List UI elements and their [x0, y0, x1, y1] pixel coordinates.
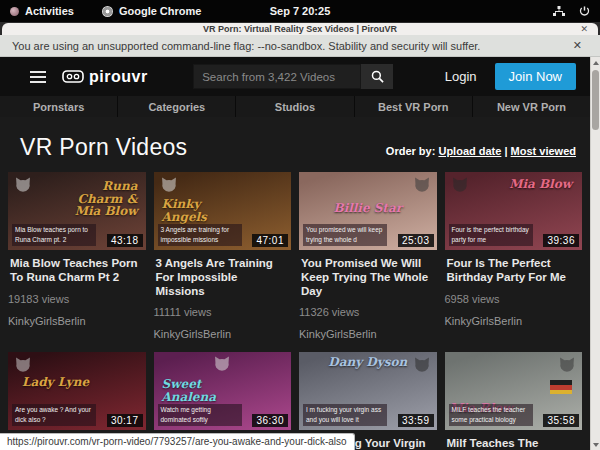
power-icon[interactable] — [579, 6, 590, 17]
duration-badge: 43:18 — [107, 234, 143, 247]
thumb-caption: MILF teaches the teacher some practical … — [449, 404, 533, 426]
german-flag — [550, 380, 572, 394]
video-title[interactable]: Milf Teaches The Teacher Some Practical … — [447, 437, 581, 450]
thumb-overlay-name: Dany Dyson — [299, 356, 437, 369]
vr-goggles-icon — [62, 70, 84, 83]
order-by: Order by: Upload date | Most viewed — [386, 145, 576, 157]
scrollbar-down-arrow-icon[interactable] — [591, 439, 600, 450]
video-card[interactable]: Kinky Angels 3 Angels are training for i… — [154, 172, 292, 340]
order-by-label: Order by: — [386, 145, 436, 157]
nav-item-studios[interactable]: Studios — [236, 96, 354, 117]
video-card[interactable]: Mia Blow Four is the perfect birthday pa… — [445, 172, 583, 340]
page-scrollbar[interactable] — [590, 57, 600, 450]
browser-tab-strip: VR Porn: Virtual Reality Sex Videos | Pi… — [0, 22, 600, 35]
thumb-caption: Watch me getting dominated softly — [158, 404, 242, 426]
video-card[interactable]: Runa Charm & Mia Blow Mia Blow teaches p… — [8, 172, 146, 340]
duration-badge: 33:59 — [398, 414, 434, 427]
duration-badge: 25:03 — [398, 234, 434, 247]
thumb-overlay-name: Lady Lyne — [22, 376, 89, 389]
desktop: Activities Google Chrome Sep 7 20:25 VR … — [0, 0, 600, 450]
join-now-button[interactable]: Join Now — [495, 63, 576, 90]
video-views: 6958 views — [445, 293, 583, 305]
duration-badge: 30:17 — [107, 414, 143, 427]
duration-badge: 39:36 — [543, 234, 579, 247]
link-status-bar: https://pirouvr.com/vr-porn-video/779325… — [0, 433, 355, 450]
video-title[interactable]: Four Is The Perfect Birthday Party For M… — [447, 257, 581, 285]
browser-warning-bar: You are using an unsupported command-lin… — [0, 35, 600, 57]
video-studio-link[interactable]: KinkyGirlsBerlin — [299, 328, 437, 340]
search-button[interactable] — [361, 64, 393, 89]
scrollbar-thumb[interactable] — [592, 70, 599, 130]
order-most-viewed-link[interactable]: Most viewed — [511, 145, 576, 157]
video-views: 11326 views — [299, 306, 437, 318]
thumb-caption: 3 Angels are training for impossible mis… — [158, 224, 242, 246]
search-bar — [193, 64, 393, 89]
thumb-overlay-name: Runa Charm & Mia Blow — [66, 180, 138, 218]
nav-item-pornstars[interactable]: Pornstars — [0, 96, 118, 117]
studio-watermark-cat-icon — [13, 175, 33, 197]
video-thumbnail[interactable]: Lady Lyne Are you awake ? And your dick … — [8, 352, 146, 430]
network-icon[interactable] — [553, 6, 565, 17]
login-link[interactable]: Login — [445, 69, 477, 84]
video-views: 11111 views — [154, 306, 292, 318]
video-thumbnail[interactable]: Runa Charm & Mia Blow Mia Blow teaches p… — [8, 172, 146, 250]
hamburger-menu-icon[interactable] — [30, 71, 46, 83]
studio-watermark-cat-icon — [159, 175, 179, 197]
search-icon — [371, 70, 384, 83]
system-top-bar: Activities Google Chrome Sep 7 20:25 — [0, 0, 600, 22]
system-clock[interactable]: Sep 7 20:25 — [0, 5, 600, 17]
studio-watermark-cat-icon — [450, 175, 470, 197]
nav-item-best-vr[interactable]: Best VR Porn — [355, 96, 473, 117]
thumb-overlay-name: Sweet Analena — [162, 378, 234, 403]
browser-viewport: pirouvr Login Join Now Pornstars Cate — [0, 57, 600, 450]
video-studio-link[interactable]: KinkyGirlsBerlin — [445, 315, 583, 327]
duration-badge: 35:58 — [543, 414, 579, 427]
video-title[interactable]: 3 Angels Are Training For Impossible Mis… — [156, 257, 290, 298]
thumb-overlay-name: Mia Blow — [509, 178, 572, 191]
video-views: 19183 views — [8, 293, 146, 305]
duration-badge: 36:30 — [252, 414, 288, 427]
video-studio-link[interactable]: KinkyGirlsBerlin — [8, 315, 146, 327]
scrollbar-up-arrow-icon[interactable] — [591, 57, 600, 68]
browser-tab[interactable]: VR Porn: Virtual Reality Sex Videos | Pi… — [2, 23, 598, 35]
nav-item-categories[interactable]: Categories — [118, 96, 236, 117]
video-grid: Runa Charm & Mia Blow Mia Blow teaches p… — [0, 172, 590, 450]
studio-watermark-cat-icon — [557, 355, 577, 377]
video-thumbnail[interactable]: Mia Blow MILF teaches the teacher some p… — [445, 352, 583, 430]
tab-close-icon[interactable]: ✕ — [580, 24, 588, 34]
video-title[interactable]: Mia Blow Teaches Porn To Runa Charm Pt 2 — [10, 257, 144, 285]
video-thumbnail[interactable]: Kinky Angels 3 Angels are training for i… — [154, 172, 292, 250]
video-card[interactable]: Billie Star You promised we will keep tr… — [299, 172, 437, 340]
page-title: VR Porn Videos — [20, 134, 187, 161]
studio-watermark-cat-icon — [212, 354, 232, 376]
video-studio-link[interactable]: KinkyGirlsBerlin — [154, 328, 292, 340]
thumb-caption: You promised we will keep trying the who… — [303, 224, 387, 246]
warning-close-icon[interactable]: ✕ — [573, 39, 582, 52]
thumb-overlay-name: Billie Star — [299, 202, 437, 215]
thumb-caption: Four is the perfect birthday party for m… — [449, 224, 533, 246]
video-thumbnail[interactable]: Sweet Analena Watch me getting dominated… — [154, 352, 292, 430]
video-thumbnail[interactable]: Billie Star You promised we will keep tr… — [299, 172, 437, 250]
video-title[interactable]: You Promised We Will Keep Trying The Who… — [301, 257, 435, 298]
thumb-caption: Are you awake ? And your dick also ? — [12, 404, 96, 426]
search-input[interactable] — [193, 64, 361, 89]
thumb-caption: Mia Blow teaches porn to Runa Charm pt. … — [12, 224, 96, 246]
video-card[interactable]: Mia Blow MILF teaches the teacher some p… — [445, 352, 583, 450]
warning-text: You are using an unsupported command-lin… — [12, 40, 480, 52]
video-thumbnail[interactable]: Mia Blow Four is the perfect birthday pa… — [445, 172, 583, 250]
site-logo[interactable]: pirouvr — [62, 68, 148, 86]
site-header: pirouvr Login Join Now — [0, 57, 590, 96]
video-thumbnail[interactable]: Dany Dyson I m fucking your virgin ass a… — [299, 352, 437, 430]
main-nav: Pornstars Categories Studios Best VR Por… — [0, 96, 590, 117]
order-upload-date-link[interactable]: Upload date — [438, 145, 501, 157]
duration-badge: 47:01 — [252, 234, 288, 247]
order-separator: | — [504, 145, 507, 157]
thumb-overlay-name: Kinky Angels — [162, 198, 234, 223]
logo-text: pirouvr — [89, 68, 148, 86]
studio-watermark-cat-icon — [412, 175, 432, 197]
thumb-caption: I m fucking your virgin ass and you will… — [303, 404, 387, 426]
nav-item-new-vr[interactable]: New VR Porn — [473, 96, 590, 117]
tab-title: VR Porn: Virtual Reality Sex Videos | Pi… — [203, 25, 397, 34]
